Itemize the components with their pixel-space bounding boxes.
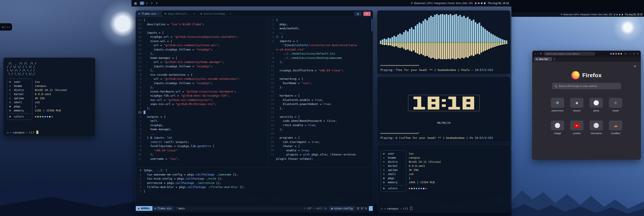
cava-bar: [436, 12, 438, 62]
refresh-icon[interactable]: ↻: [540, 52, 542, 55]
cava-bar: [496, 12, 498, 62]
palette-dot: [42, 116, 44, 117]
tray-icon[interactable]: [478, 2, 480, 4]
shortcut-youtube[interactable]: ▶youtube: [568, 120, 586, 134]
tray-icon[interactable]: [481, 2, 482, 4]
code-text: url = "github:nix-community/nixos-wsl";: [144, 43, 219, 47]
hamburger-menu-icon[interactable]: ≡: [625, 52, 626, 55]
extension-icon[interactable]: [613, 53, 614, 55]
gear-icon[interactable]: ☸: [634, 65, 636, 68]
tag-3[interactable]: 3: [150, 2, 154, 5]
cava-bar: [479, 12, 480, 62]
code-text: bluetooth.powerOnBoot = true;: [276, 102, 332, 106]
extension-icon[interactable]: [618, 53, 620, 55]
pane-divider-horizontal[interactable]: [136, 167, 373, 167]
fetch-box: ◉user⌂hname❄distro⚡kernel◷uptime$shell▣p…: [7, 79, 32, 120]
git-branch-segment: ᛉ main: [174, 206, 187, 211]
code-line: 11 username = "tux";: [136, 157, 268, 161]
line-number: [268, 157, 276, 161]
search-placeholder: Search with Google or enter address: [559, 85, 597, 87]
scrollbar-thumb[interactable]: [372, 19, 372, 31]
shortcut-github[interactable]: github: [588, 98, 605, 112]
close-button[interactable]: ✕: [637, 53, 638, 55]
lsp-segment: ☼ LSP ~ null-ls: [302, 206, 329, 211]
tab-hosts/isoImag..[interactable]: ❄hosts/isoImag..×: [198, 11, 234, 17]
code-pane-iso[interactable]: 1{2 pkgs,3 modulesPath,4 ...5}: {6 impor…: [268, 18, 373, 167]
tray-icon[interactable]: [619, 14, 620, 15]
shortcut-search.nixos[interactable]: ❄search.nixos: [549, 98, 566, 112]
cava-bar: [411, 12, 412, 62]
tag-4[interactable]: 4: [154, 2, 159, 5]
code-line: 6 };: [136, 85, 268, 89]
fetch-key: memory: [14, 109, 24, 112]
extension-icon[interactable]: [610, 53, 612, 55]
tag-2[interactable]: 2: [145, 2, 149, 5]
shortcut-claude[interactable]: ✳claude: [607, 98, 624, 112]
shortcut-cloudflare[interactable]: ☁cloudflare: [607, 120, 624, 134]
line-number: 8: [268, 56, 276, 60]
code-text: sops-nix.url = "github:Mic92/sops-nix";: [144, 102, 216, 106]
extension-icon[interactable]: [615, 53, 617, 55]
home-icon: ⌂: [7, 131, 8, 134]
code-line: 14 hostName = "iso";: [268, 81, 373, 85]
new-tab-button[interactable]: +: [554, 58, 555, 61]
code-line: 2 tux-nvim-config = pkgs.callPackage ./n…: [136, 176, 373, 181]
tag-dot[interactable]: [7, 27, 8, 28]
shell-prompt[interactable]: ⌂→canopus~))): [7, 131, 38, 134]
ascii-art: /\ _ /\ /\ /\ / / / \/ \/ / \ \/ / \ \/ …: [7, 62, 92, 75]
menu-icon[interactable]: ▦: [134, 2, 137, 5]
cava-bar: [415, 12, 416, 62]
tag-1[interactable]: 1: [140, 2, 144, 5]
line-number: 7: [136, 140, 144, 144]
tab-close-icon[interactable]: ×: [158, 12, 159, 15]
cava-bar: [430, 12, 432, 62]
tab-pkgs/default...[interactable]: ❄pkgs/default...×: [162, 11, 198, 17]
shortcut-amazon[interactable]: aamazon: [568, 98, 586, 112]
url-bar[interactable]: Search with Google or enter address: [544, 52, 595, 56]
tab-close-icon[interactable]: ×: [230, 12, 231, 15]
fetch-separator: [383, 185, 404, 185]
tray-icon[interactable]: [484, 2, 486, 4]
cava-bar: [392, 12, 393, 62]
code-text: nixos-hardware.url = "github:nixos/nixos…: [144, 89, 236, 94]
maximize-button[interactable]: ▢: [633, 53, 635, 55]
nix-file-icon: ❄: [200, 12, 202, 15]
bar-clock: Thu Aug 08, 18:18: [625, 13, 642, 16]
nix-file-icon: ❄: [154, 207, 156, 210]
tray-icon[interactable]: [622, 14, 623, 15]
code-line: 22 security = {: [268, 115, 373, 119]
back-icon[interactable]: ‹: [535, 52, 536, 55]
extension-icon[interactable]: [620, 53, 622, 55]
hname-icon: ⌂: [9, 85, 12, 87]
code-line: 1{: [268, 18, 373, 22]
window-close-button[interactable]: ×: [363, 12, 371, 16]
tray-icon[interactable]: [475, 2, 476, 4]
code-pane-default[interactable]: 1{pkgs, ...}: {1 tux-awesome-wm-config =…: [136, 168, 373, 206]
tab-close-icon[interactable]: ×: [194, 12, 195, 15]
pin-button[interactable]: ◉: [354, 12, 362, 16]
left-monitor-panel[interactable]: [0, 23, 12, 31]
forward-icon[interactable]: ›: [537, 52, 538, 55]
minimize-button[interactable]: —: [629, 53, 631, 55]
code-line: 6 imports = [: [268, 39, 373, 43]
fetch-key: hname: [388, 156, 396, 159]
shell-prompt[interactable]: ⌂→canopus~))): [381, 207, 412, 210]
tag-dot[interactable]: [4, 27, 6, 28]
code-line: 28 ssh.startAgent = true;: [268, 140, 373, 144]
code-pane-flake[interactable]: 22{21 description = "tux's NixOS Flake";…: [136, 18, 268, 167]
code-line: 15 inputs.nixpkgs.follows = "nixpkgs";: [136, 47, 268, 52]
tab-flake.nix[interactable]: ❄flake.nix×: [136, 11, 162, 17]
fetch-key: pkgs: [388, 176, 394, 180]
tag-dot[interactable]: [2, 27, 4, 28]
search-input[interactable]: Search with Google or enter address: [552, 83, 621, 89]
code-text: outputs = {: [144, 115, 166, 119]
tag-dot[interactable]: [9, 27, 10, 28]
tab-new-tab[interactable]: New Tab: [534, 57, 552, 61]
tray-icon[interactable]: [616, 14, 618, 15]
fetch-row-colors: ●colors: [383, 186, 406, 190]
shortcut-chatgpt[interactable]: chatgpt: [549, 120, 566, 134]
shortcut-chat.openai[interactable]: chat.openai: [588, 120, 605, 134]
code-line: 8 url = "github:nix-community/nix-vscode…: [136, 77, 268, 81]
tray-icon[interactable]: [614, 14, 615, 15]
fetch-row: ◉user: [9, 80, 32, 84]
